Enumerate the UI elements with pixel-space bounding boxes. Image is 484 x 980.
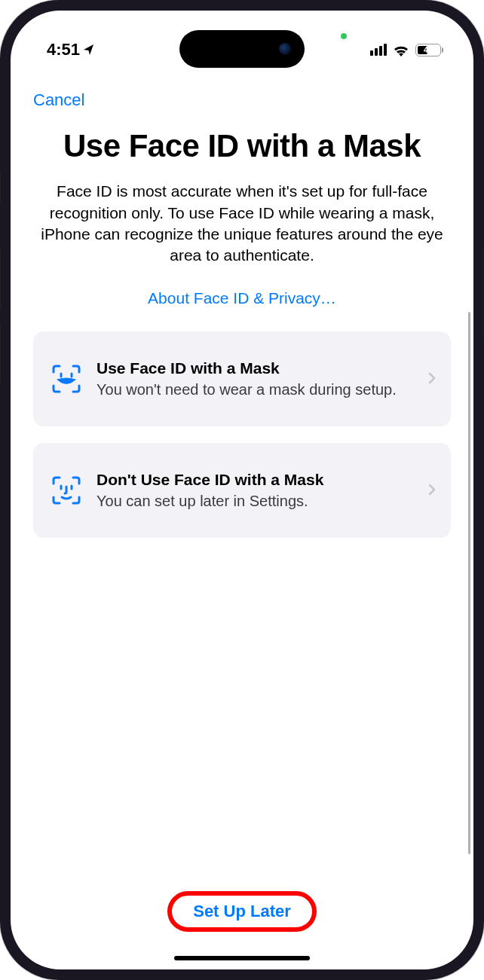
face-id-mask-icon	[50, 362, 83, 395]
scroll-indicator[interactable]	[468, 312, 470, 854]
setup-later-button[interactable]: Set Up Later	[175, 893, 309, 930]
silence-switch	[0, 173, 1, 203]
screen: 4:51 40	[11, 11, 473, 969]
page-description: Face ID is most accurate when it's set u…	[33, 181, 451, 266]
page-title: Use Face ID with a Mask	[33, 128, 451, 164]
option-dont-use-with-mask[interactable]: Don't Use Face ID with a Mask You can se…	[33, 443, 451, 538]
location-icon	[83, 44, 95, 56]
setup-later-label: Set Up Later	[193, 902, 291, 920]
option-use-with-mask[interactable]: Use Face ID with a Mask You won't need t…	[33, 331, 451, 426]
chevron-right-icon	[428, 481, 436, 500]
option-title: Don't Use Face ID with a Mask	[96, 470, 415, 490]
volume-down-button	[0, 324, 1, 384]
face-id-icon	[50, 474, 83, 507]
cancel-button[interactable]: Cancel	[33, 86, 84, 114]
option-title: Use Face ID with a Mask	[96, 359, 415, 378]
privacy-indicator-dot	[341, 33, 347, 39]
status-time: 4:51	[47, 40, 80, 60]
privacy-link[interactable]: About Face ID & Privacy…	[33, 289, 451, 307]
wifi-icon	[393, 44, 409, 56]
front-camera	[279, 43, 291, 55]
battery-percent: 40	[424, 45, 433, 54]
chevron-right-icon	[428, 369, 436, 389]
home-indicator[interactable]	[174, 956, 310, 960]
battery-icon: 40	[415, 44, 443, 56]
cellular-signal-icon	[370, 44, 387, 56]
phone-frame: 4:51 40	[0, 0, 484, 980]
volume-up-button	[0, 249, 1, 309]
option-subtitle: You won't need to wear a mask during set…	[96, 380, 415, 399]
dynamic-island	[179, 30, 305, 68]
option-subtitle: You can set up later in Settings.	[96, 491, 415, 511]
